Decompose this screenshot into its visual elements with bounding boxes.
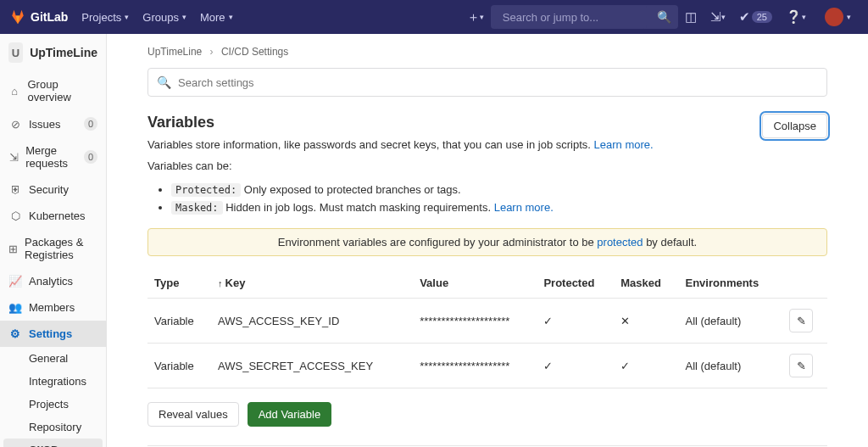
chevron-down-icon: ▾ [229,13,233,21]
brand-text: GitLab [31,10,68,24]
col-protected[interactable]: Protected [537,268,614,299]
sidebar-item-merge-requests[interactable]: ⇲Merge requests0 [0,137,106,176]
settings-search-input[interactable] [178,76,818,89]
var-value: ********************* [413,344,537,388]
todos-icon[interactable]: ✔25 [732,9,779,25]
var-key: AWS_ACCESS_KEY_ID [211,299,413,344]
sidebar-icon: ⊘ [8,118,22,131]
breadcrumb-page: CI/CD Settings [221,46,288,58]
top-nav: GitLab Projects▾ Groups▾ More▾ ＋▾ 🔍 ◫ ⇲▾… [0,0,868,34]
sidebar-icon: ⛨ [8,183,22,196]
sidebar-item-label: Group overview [28,78,98,103]
sidebar-sub-general[interactable]: General [0,347,106,370]
sidebar-icon: 👥 [8,301,22,314]
sidebar-item-settings[interactable]: ⚙Settings [0,321,106,347]
sidebar-sub-repository[interactable]: Repository [0,416,106,439]
col-masked[interactable]: Masked [614,268,678,299]
learn-more-link[interactable]: Learn more. [494,201,554,214]
variables-section: Variables Collapse Variables store infor… [147,114,827,446]
sidebar-icon: 📈 [8,275,22,288]
sidebar-item-issues[interactable]: ⊘Issues0 [0,110,106,137]
sidebar-item-group-overview[interactable]: ⌂Group overview [0,71,106,110]
chevron-down-icon: ▾ [125,13,129,21]
sidebar-item-label: Merge requests [25,144,84,170]
sidebar: U UpTimeLine ⌂Group overview⊘Issues0⇲Mer… [0,34,107,447]
merge-requests-icon[interactable]: ⇲▾ [704,9,732,25]
group-name: UpTimeLine [30,46,97,59]
sidebar-item-label: Analytics [29,275,73,288]
sidebar-icon: ⇲ [8,151,19,164]
sidebar-item-label: Packages & Registries [25,236,97,261]
avatar [825,8,843,26]
search-icon: 🔍 [157,75,171,89]
var-env: All (default) [678,299,782,344]
variables-can-be: Variables can be: [147,159,827,172]
var-value: ********************* [413,299,537,344]
main-content: UpTimeLine › CI/CD Settings 🔍 Variables … [107,34,868,447]
sidebar-item-members[interactable]: 👥Members [0,294,106,321]
count-badge: 0 [84,150,97,164]
collapse-button[interactable]: Collapse [762,114,827,138]
nav-groups[interactable]: Groups▾ [142,11,186,24]
variables-bullets: Protected: Only exposed to protected bra… [147,181,827,216]
var-protected: ✓ [537,299,614,344]
protected-link[interactable]: protected [597,236,643,249]
edit-variable-button[interactable]: ✎ [789,309,813,332]
table-row: Variable AWS_SECRET_ACCESS_KEY *********… [147,344,827,388]
table-row: Variable AWS_ACCESS_KEY_ID *************… [147,299,827,344]
pencil-icon: ✎ [797,315,806,327]
nav-more[interactable]: More▾ [200,11,233,24]
sidebar-sub-integrations[interactable]: Integrations [0,370,106,393]
breadcrumb-group[interactable]: UpTimeLine [147,46,202,58]
sidebar-item-packages-registries[interactable]: ⊞Packages & Registries [0,229,106,268]
sidebar-icon: ⊞ [8,243,18,255]
col-type[interactable]: Type [147,268,211,299]
sidebar-item-label: Kubernetes [29,210,86,222]
search-icon: 🔍 [650,10,678,24]
search-input[interactable] [494,5,647,29]
var-type: Variable [147,299,211,344]
gitlab-logo[interactable]: GitLab [10,9,68,25]
sidebar-item-label: Settings [29,327,72,340]
global-search[interactable]: 🔍 [491,5,678,29]
var-key: AWS_SECRET_ACCESS_KEY [211,344,413,388]
user-menu[interactable]: ▾ [813,8,858,26]
sidebar-sub-ci-cd[interactable]: CI/CD [3,439,103,447]
var-masked: ✕ [614,299,678,344]
breadcrumb: UpTimeLine › CI/CD Settings [147,44,827,68]
col-env[interactable]: Environments [678,268,782,299]
sidebar-item-label: Members [29,301,75,314]
sidebar-icon: ⬡ [8,210,22,222]
group-avatar: U [8,42,23,63]
add-variable-button[interactable]: Add Variable [248,402,331,427]
issues-icon[interactable]: ◫ [678,9,704,25]
plus-icon[interactable]: ＋▾ [460,9,491,25]
variables-table: Type ↑Key Value Protected Masked Environ… [147,268,827,388]
var-type: Variable [147,344,211,388]
settings-search[interactable]: 🔍 [147,68,827,97]
protected-default-alert: Environment variables are configured by … [147,228,827,256]
variables-desc: Variables store information, like passwo… [147,138,827,151]
variables-title: Variables [147,114,214,131]
sidebar-icon: ⚙ [8,327,22,340]
sidebar-item-security[interactable]: ⛨Security [0,176,106,203]
var-protected: ✓ [537,344,614,388]
col-key[interactable]: ↑Key [211,268,413,299]
sidebar-item-kubernetes[interactable]: ⬡Kubernetes [0,203,106,229]
edit-variable-button[interactable]: ✎ [789,354,813,377]
reveal-values-button[interactable]: Reveal values [147,402,239,427]
sidebar-item-analytics[interactable]: 📈Analytics [0,268,106,294]
count-badge: 0 [84,117,97,131]
group-header[interactable]: U UpTimeLine [0,34,106,71]
chevron-down-icon: ▾ [182,13,186,21]
sidebar-sub-projects[interactable]: Projects [0,393,106,416]
learn-more-link[interactable]: Learn more. [594,138,654,151]
sidebar-item-label: Issues [29,118,61,131]
col-value[interactable]: Value [413,268,537,299]
sidebar-item-label: Security [29,183,69,196]
pencil-icon: ✎ [797,360,806,372]
nav-projects[interactable]: Projects▾ [81,11,129,24]
help-icon[interactable]: ❔▾ [779,9,813,25]
var-masked: ✓ [614,344,678,388]
sidebar-icon: ⌂ [8,85,21,98]
